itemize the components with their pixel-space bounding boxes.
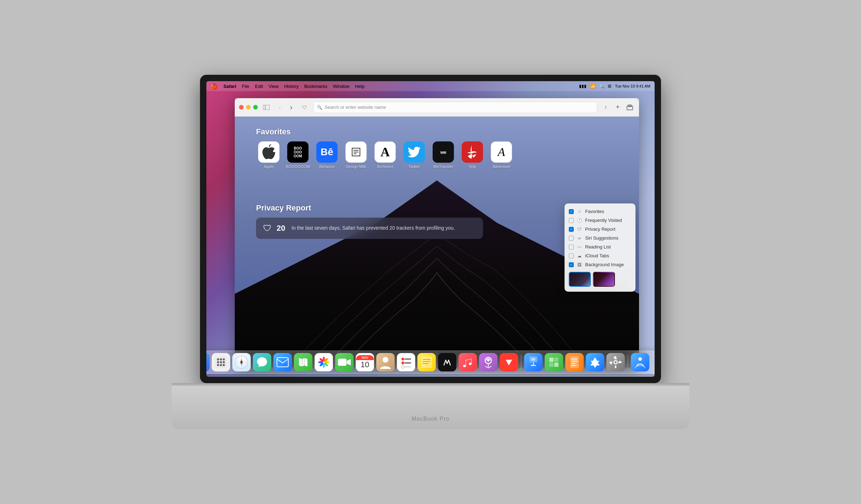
svg-point-35 <box>401 358 404 360</box>
favorite-design-milk[interactable]: Design Milk <box>343 141 369 169</box>
window-controls <box>239 105 258 110</box>
siri-suggestions-label: Siri Suggestions <box>585 235 618 241</box>
dock-separator <box>521 355 521 370</box>
dock-photos[interactable] <box>315 353 333 371</box>
favorites-checkbox[interactable]: ✓ <box>569 209 574 214</box>
menubar-edit[interactable]: Edit <box>255 84 263 89</box>
menubar-view[interactable]: View <box>269 84 279 89</box>
menubar-window[interactable]: Window <box>333 84 349 89</box>
privacy-report-title: Privacy Report <box>256 203 618 213</box>
favorite-behance[interactable]: Bē Behance <box>314 141 340 169</box>
customize-reading-list[interactable]: ○○ Reading List <box>565 242 635 251</box>
privacy-card[interactable]: 🛡 20 In the last seven days, Safari has … <box>256 218 483 239</box>
dock-podcasts[interactable] <box>479 353 498 371</box>
behance-label: Behance <box>319 164 334 169</box>
control-center-icon[interactable]: ⊞ <box>608 84 611 89</box>
dock-safari[interactable] <box>232 353 251 371</box>
privacy-report-checkbox[interactable]: ✓ <box>569 227 574 232</box>
design-milk-label: Design Milk <box>346 164 366 169</box>
new-tab-button[interactable]: + <box>613 102 623 112</box>
dock-trash[interactable] <box>651 353 655 371</box>
favorite-twitter[interactable]: Twitter <box>401 141 427 169</box>
dock-messages[interactable] <box>253 353 271 371</box>
menubar-file[interactable]: File <box>242 84 249 89</box>
favorite-adventure[interactable]: A Adventure <box>489 141 514 169</box>
close-button[interactable] <box>239 105 244 110</box>
forward-button[interactable]: › <box>286 102 296 112</box>
toolbar-nav: ‹ › <box>275 102 296 112</box>
back-button[interactable]: ‹ <box>275 102 285 112</box>
search-icon[interactable]: 🔍 <box>599 84 604 89</box>
svg-point-20 <box>223 364 225 366</box>
favorites-icon: ☆ <box>577 209 582 214</box>
sidebar-toggle-button[interactable] <box>261 102 271 112</box>
share-button[interactable]: ↑ <box>601 102 611 112</box>
wifi-icon[interactable]: 📶 <box>590 84 595 89</box>
background-thumbnails <box>565 269 635 288</box>
svg-point-47 <box>487 359 489 362</box>
screen-bezel: 🍎 Safari File Edit View History Bookmark… <box>200 75 661 383</box>
archinect-label: Archinect <box>377 164 393 169</box>
favorite-apple[interactable]: Apple <box>256 141 282 169</box>
toolbar-right: ↑ + <box>601 102 635 112</box>
frequently-visited-checkbox[interactable] <box>569 218 574 223</box>
apple-menu[interactable]: 🍎 <box>211 83 218 90</box>
favorite-boooooom[interactable]: BOOOOOOOM BOOOOOOM <box>285 141 311 169</box>
safari-window: ‹ › 🛡 🔍 Search or enter website name ↑ + <box>235 98 639 368</box>
menubar-history[interactable]: History <box>284 84 298 89</box>
dock-keynote[interactable] <box>524 353 543 371</box>
show-tabs-button[interactable] <box>625 102 635 112</box>
safari-toolbar: ‹ › 🛡 🔍 Search or enter website name ↑ + <box>235 98 639 117</box>
dock-finder[interactable] <box>206 353 210 371</box>
customize-frequently-visited[interactable]: 🕐 Frequently Visited <box>565 216 635 225</box>
svg-rect-54 <box>549 363 554 367</box>
bg-thumb-mountains[interactable] <box>569 272 591 287</box>
background-image-label: Background Image <box>585 262 624 267</box>
siri-suggestions-checkbox[interactable] <box>569 236 574 241</box>
icloud-tabs-checkbox[interactable] <box>569 253 574 258</box>
dock-system-preferences[interactable] <box>606 353 625 371</box>
dock-news[interactable] <box>500 353 518 371</box>
dock-pages[interactable] <box>565 353 584 371</box>
search-bar[interactable]: 🔍 Search or enter website name <box>313 102 597 113</box>
favorite-archinect[interactable]: A Archinect <box>372 141 398 169</box>
dock-launchpad[interactable] <box>212 353 230 371</box>
maximize-button[interactable] <box>253 105 258 110</box>
dock-airdrop[interactable] <box>631 353 649 371</box>
dock-calendar[interactable]: NOV 10 <box>356 353 374 371</box>
dock-contacts[interactable] <box>376 353 395 371</box>
svg-point-71 <box>638 357 642 361</box>
minimize-button[interactable] <box>246 105 251 110</box>
dock-maps[interactable] <box>294 353 312 371</box>
wetransfer-icon: we <box>433 141 454 163</box>
customize-favorites[interactable]: ✓ ☆ Favorites <box>565 207 635 216</box>
customize-background-image[interactable]: ✓ 🖼 Background Image <box>565 260 635 269</box>
menubar-bookmarks[interactable]: Bookmarks <box>304 84 327 89</box>
favorite-wetransfer[interactable]: we WeTransfer <box>430 141 456 169</box>
svg-point-18 <box>217 364 219 366</box>
reading-list-icon: ○○ <box>577 245 582 249</box>
dock-numbers[interactable] <box>545 353 563 371</box>
menubar-help[interactable]: Help <box>355 84 365 89</box>
dock-notes[interactable] <box>417 353 436 371</box>
dock-music[interactable] <box>459 353 477 371</box>
dock-reminders[interactable] <box>397 353 415 371</box>
background-image-checkbox[interactable]: ✓ <box>569 262 574 267</box>
safari-content: Favorites Apple <box>235 117 639 368</box>
icloud-icon: ☁ <box>577 253 582 258</box>
favorite-yelp[interactable]: Yelp <box>460 141 485 169</box>
menubar-safari[interactable]: Safari <box>223 84 236 89</box>
svg-point-16 <box>220 361 222 363</box>
dock-facetime[interactable] <box>335 353 354 371</box>
dock-mail[interactable] <box>273 353 292 371</box>
customize-privacy-report[interactable]: ✓ 🛡 Privacy Report <box>565 225 635 234</box>
svg-point-13 <box>220 358 222 360</box>
bg-thumb-abstract[interactable] <box>593 272 615 287</box>
reading-list-checkbox[interactable] <box>569 245 574 250</box>
svg-rect-33 <box>338 359 346 366</box>
customize-icloud-tabs[interactable]: ☁ iCloud Tabs <box>565 251 635 260</box>
customize-siri-suggestions[interactable]: ∞ Siri Suggestions <box>565 234 635 242</box>
dock-app-store[interactable] <box>586 353 604 371</box>
archinect-icon: A <box>374 141 396 163</box>
dock-apple-tv[interactable] <box>438 353 456 371</box>
